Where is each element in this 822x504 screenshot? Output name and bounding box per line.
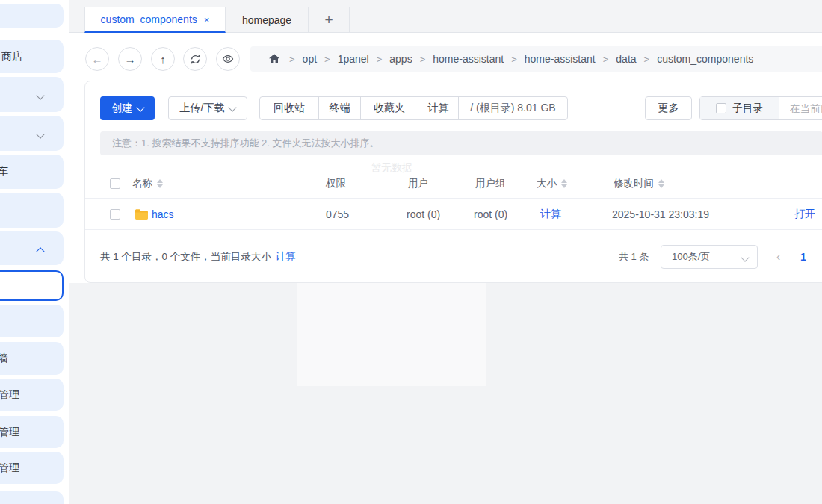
favorites-button[interactable]: 收藏夹: [360, 97, 418, 119]
sidebar-item-firewall[interactable]: 墙: [0, 342, 64, 375]
preview-button[interactable]: [216, 47, 240, 71]
tab-bar: custom_components × homepage +: [69, 0, 822, 33]
create-button-label: 创建: [111, 102, 132, 115]
row-group: root (0): [474, 208, 507, 220]
more-button[interactable]: 更多: [645, 96, 692, 120]
sidebar-item-manage-2[interactable]: 管理: [0, 416, 64, 448]
sidebar-item-manage-3[interactable]: 管理: [0, 452, 64, 484]
recycle-bin-button[interactable]: 回收站: [260, 97, 318, 119]
close-icon[interactable]: ×: [204, 14, 210, 25]
breadcrumb-separator: >: [377, 54, 383, 65]
breadcrumb-item[interactable]: home-assistant: [433, 53, 504, 65]
breadcrumb-item[interactable]: home-assistant: [525, 53, 596, 65]
search-group: 子目录: [699, 96, 822, 120]
column-label: 权限: [326, 177, 346, 190]
breadcrumb-separator: >: [420, 54, 426, 65]
breadcrumb-item[interactable]: custom_components: [657, 53, 753, 65]
recycle-bin-label: 回收站: [274, 102, 305, 115]
breadcrumb: > opt > 1panel > apps > home-assistant >…: [250, 46, 822, 72]
upload-download-label: 上传/下载: [180, 102, 225, 115]
sidebar-item-files-active[interactable]: [0, 270, 64, 301]
sort-icon[interactable]: [157, 179, 163, 188]
row-open-link[interactable]: 打开: [794, 208, 815, 221]
sidebar-item-5[interactable]: 车: [0, 155, 64, 189]
column-header-name[interactable]: 名称: [132, 177, 163, 190]
sidebar-item-1[interactable]: [0, 4, 64, 28]
watermark-band: [297, 283, 486, 386]
arrow-right-icon: →: [125, 53, 136, 66]
sidebar-item-label: 管理: [0, 388, 19, 402]
arrow-left-icon: ←: [92, 53, 103, 66]
arrow-up-icon: ↑: [160, 53, 166, 66]
refresh-icon: [190, 54, 201, 65]
row-permission: 0755: [326, 208, 349, 220]
column-label: 名称: [132, 177, 152, 190]
sidebar-item-host-expanded[interactable]: [0, 231, 64, 265]
sidebar-item-3[interactable]: [0, 77, 64, 112]
breadcrumb-item[interactable]: opt: [303, 53, 317, 65]
eye-icon: [222, 53, 234, 65]
breadcrumb-separator: >: [511, 54, 517, 65]
create-button[interactable]: 创建: [100, 96, 155, 120]
sidebar-item-label: 管理: [0, 461, 19, 475]
breadcrumb-item[interactable]: 1panel: [338, 53, 369, 65]
sidebar-item-14[interactable]: [0, 491, 64, 504]
sort-icon[interactable]: [561, 179, 567, 188]
plus-icon: +: [324, 12, 333, 28]
table-row[interactable]: hacs 0755 root (0) root (0) 计算 2025-10-3…: [85, 199, 822, 230]
sidebar-item-9[interactable]: [0, 305, 64, 337]
back-button[interactable]: ←: [85, 47, 109, 71]
breadcrumb-separator: >: [324, 54, 330, 65]
column-header-group: 用户组: [475, 177, 506, 190]
page-size-select[interactable]: 100条/页: [661, 245, 758, 269]
breadcrumb-item[interactable]: apps: [389, 53, 412, 65]
breadcrumb-separator: >: [289, 54, 295, 65]
sidebar-item-label: 商店: [1, 50, 22, 63]
row-size-calculate-link[interactable]: 计算: [540, 208, 561, 221]
sidebar-item-manage-1[interactable]: 管理: [0, 379, 64, 411]
tab-custom-components[interactable]: custom_components ×: [84, 7, 226, 33]
column-header-user: 用户: [408, 177, 428, 190]
terminal-label: 终端: [330, 102, 350, 115]
select-all-checkbox[interactable]: [110, 178, 120, 189]
current-page-number[interactable]: 1: [800, 245, 806, 269]
column-header-permission: 权限: [326, 177, 346, 190]
sort-icon[interactable]: [658, 179, 664, 188]
chevron-down-icon: [742, 252, 748, 263]
sidebar-item-6[interactable]: [0, 193, 64, 228]
subdirectory-toggle[interactable]: 子目录: [700, 97, 779, 119]
home-icon[interactable]: [268, 53, 280, 65]
breadcrumb-separator: >: [644, 54, 650, 65]
upload-download-button[interactable]: 上传/下载: [168, 96, 247, 120]
chevron-down-icon: [229, 103, 237, 111]
search-input[interactable]: [788, 102, 822, 115]
file-manager-page: 商店 车 墙 管理 管理 管理 custom_: [0, 0, 822, 504]
tab-label: homepage: [242, 14, 291, 26]
root-size-button[interactable]: / (根目录) 8.01 GB: [458, 97, 567, 119]
prev-page-button[interactable]: ‹: [776, 245, 780, 269]
sidebar-item-4[interactable]: [0, 116, 64, 151]
row-user: root (0): [407, 208, 440, 220]
add-tab-button[interactable]: +: [308, 7, 350, 33]
calculate-label: 计算: [428, 102, 449, 115]
refresh-button[interactable]: [183, 47, 207, 71]
subdirectory-checkbox[interactable]: [716, 103, 726, 113]
chevron-up-icon: [37, 243, 43, 255]
terminal-button[interactable]: 终端: [318, 97, 360, 119]
column-label: 用户: [408, 177, 428, 190]
sidebar-item-app-store[interactable]: 商店: [0, 40, 64, 73]
file-name-link[interactable]: hacs: [152, 208, 174, 220]
column-header-size[interactable]: 大小: [537, 177, 567, 190]
calculate-button[interactable]: 计算: [418, 97, 458, 119]
tab-homepage[interactable]: homepage: [225, 7, 309, 33]
summary-calculate-link[interactable]: 计算: [276, 250, 296, 264]
row-checkbox[interactable]: [110, 209, 120, 220]
page-size-value: 100条/页: [672, 250, 710, 264]
up-button[interactable]: ↑: [151, 47, 175, 71]
forward-button[interactable]: →: [118, 47, 142, 71]
file-manager-card: 创建 上传/下载 回收站 终端 收藏夹 计算 / (根目录) 8.01 GB 更…: [84, 81, 822, 283]
page-background: [69, 283, 822, 504]
row-modified-time: 2025-10-31 23:03:19: [612, 208, 709, 220]
breadcrumb-item[interactable]: data: [616, 53, 636, 65]
column-header-modified[interactable]: 修改时间: [614, 177, 664, 190]
